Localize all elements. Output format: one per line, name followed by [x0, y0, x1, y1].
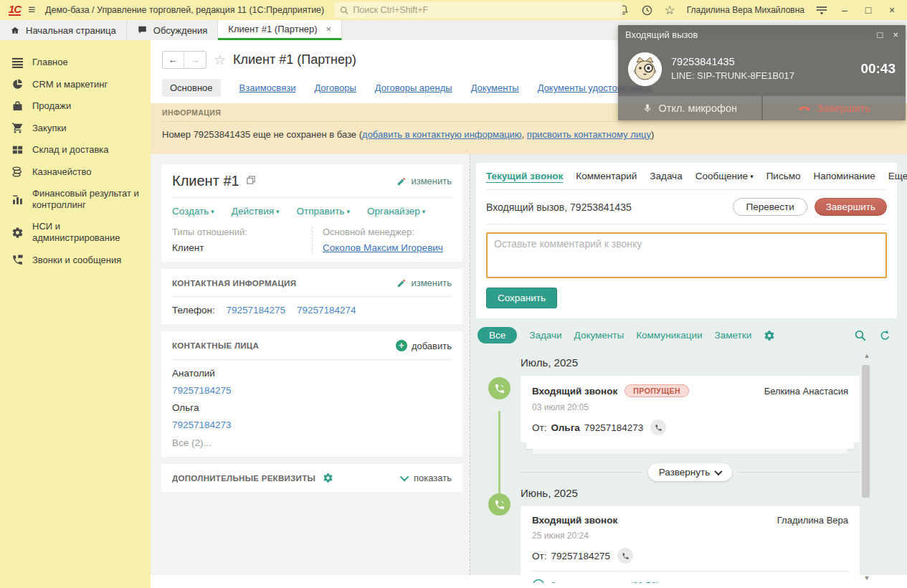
client-phone-1[interactable]: 79257184275	[227, 305, 286, 316]
contact-person-phone[interactable]: 79257184275	[172, 385, 452, 396]
sidebar-label: Звонки и сообщения	[32, 255, 121, 266]
tab-main[interactable]: Основное	[162, 79, 221, 97]
back-button[interactable]: ←	[163, 52, 184, 68]
client-name: Клиент #1	[172, 173, 239, 189]
filter-communications[interactable]: Коммуникации	[636, 330, 702, 341]
history-refresh-icon[interactable]	[879, 329, 891, 341]
edit-contact-info-button[interactable]: изменить	[396, 278, 452, 288]
forward-button[interactable]: →	[184, 52, 206, 68]
main-manager-link[interactable]: Соколов Максим Игоревич	[323, 242, 443, 253]
tab-letter[interactable]: Письмо	[766, 171, 801, 181]
tab-client[interactable]: Клиент #1 (Партнер) ×	[218, 20, 342, 40]
tab-lease-contracts[interactable]: Договоры аренды	[375, 82, 452, 93]
main-menu-icon[interactable]: ≡	[28, 3, 35, 17]
additional-attributes-card: ДОПОЛНИТЕЛЬНЫЕ РЕКВИЗИТЫ показать	[161, 464, 462, 492]
timeline-scrollbar[interactable]: ▲ ▼	[862, 352, 872, 583]
scroll-up-icon[interactable]: ▲	[863, 352, 870, 359]
edit-client-button[interactable]: изменить	[396, 176, 452, 186]
attributes-gear-icon[interactable]	[323, 473, 333, 483]
favorites-star-icon[interactable]: ☆	[664, 4, 676, 16]
create-menu[interactable]: Создать▾	[172, 206, 214, 217]
tab-message[interactable]: Сообщение▾	[695, 171, 754, 181]
tab-current-call[interactable]: Текущий звонок	[486, 171, 563, 181]
tab-close-icon[interactable]: ×	[326, 24, 332, 34]
actions-menu[interactable]: Действия▾	[232, 206, 280, 217]
history-item-title: Входящий звонок	[532, 515, 617, 526]
current-call-panel: Текущий звонок Комментарий Задача Сообще…	[476, 163, 897, 318]
popup-close-icon[interactable]: ×	[893, 29, 898, 40]
contact-info-card: КОНТАКТНАЯ ИНФОРМАЦИЯ изменить Телефон: …	[161, 269, 462, 324]
filter-all[interactable]: Все	[478, 327, 517, 343]
relation-types-value: Клиент	[172, 242, 312, 253]
client-phone-2[interactable]: 79257184274	[297, 305, 356, 316]
send-menu[interactable]: Отправить▾	[297, 206, 350, 217]
sidebar-item-nsi-admin[interactable]: НСИ и администрирование	[0, 216, 151, 249]
tab-discussions-label: Обсуждения	[153, 25, 208, 36]
sidebar-item-purchases[interactable]: Закупки	[0, 117, 151, 139]
filter-notes[interactable]: Заметки	[715, 330, 752, 341]
filter-documents[interactable]: Документы	[574, 330, 625, 341]
call-recording-link[interactable]: Запись разговора (00:58)	[532, 579, 848, 583]
call-back-icon[interactable]	[617, 548, 633, 564]
service-menu-icon[interactable]	[815, 4, 827, 16]
add-contact-person-button[interactable]: + добавить	[396, 340, 452, 351]
popup-maximize-icon[interactable]: □	[878, 29, 883, 40]
tab-comment[interactable]: Комментарий	[576, 171, 637, 181]
collapsed-stack	[526, 442, 854, 449]
history-item-call[interactable]: Входящий звонок Гладилина Вера 25 июня 2…	[521, 506, 860, 583]
banner-text: ,	[522, 129, 527, 140]
home-icon	[10, 26, 20, 35]
current-user[interactable]: Гладилина Вера Михайловна	[687, 5, 804, 15]
end-call-button[interactable]: Завершить	[815, 198, 887, 216]
filter-settings-gear-icon[interactable]	[764, 330, 775, 341]
sidebar-item-main[interactable]: Главное	[0, 52, 151, 73]
assign-contact-person-link[interactable]: присвоить контактному лицу	[527, 129, 651, 140]
sidebar-item-warehouse[interactable]: Склад и доставка	[0, 139, 151, 161]
cart-icon	[11, 122, 24, 134]
mute-microphone-button[interactable]: Откл. микрофон	[618, 96, 761, 120]
show-all-contacts-link[interactable]: Все (2)...	[172, 437, 452, 448]
edit-label: изменить	[411, 176, 452, 186]
history-icon[interactable]	[641, 4, 653, 16]
search-input[interactable]	[353, 5, 617, 15]
show-label: показать	[414, 473, 452, 483]
tab-reminder[interactable]: Напоминание	[813, 171, 875, 181]
sidebar-label: CRM и маркетинг	[32, 79, 108, 90]
scroll-down-icon[interactable]: ▼	[863, 574, 870, 582]
call-back-icon[interactable]	[650, 419, 666, 435]
tab-task[interactable]: Задача	[650, 171, 682, 181]
add-to-contact-info-link[interactable]: добавить в контактную информацию	[362, 129, 522, 140]
minimize-icon[interactable]: –	[838, 4, 851, 16]
sidebar-item-treasury[interactable]: Казначейство	[0, 161, 151, 183]
sidebar-item-calls[interactable]: Звонки и сообщения	[0, 249, 151, 271]
history-search-icon[interactable]	[854, 329, 867, 342]
copy-icon[interactable]	[247, 176, 255, 186]
expand-button[interactable]: Развернуть	[648, 463, 733, 481]
hangup-button[interactable]: Завершить	[763, 96, 906, 120]
global-search[interactable]	[334, 2, 622, 18]
transfer-call-button[interactable]: Перевести	[733, 198, 807, 216]
sidebar-item-finance[interactable]: Финансовый результат и контроллинг	[0, 183, 151, 216]
close-window-icon[interactable]: ×	[885, 4, 898, 16]
tab-more[interactable]: Еще▾	[888, 171, 907, 181]
maximize-icon[interactable]: □	[862, 4, 875, 16]
organizer-menu[interactable]: Органайзер▾	[367, 206, 425, 217]
filter-tasks[interactable]: Задачи	[529, 330, 561, 341]
call-comment-input[interactable]	[486, 232, 887, 278]
contact-person-phone[interactable]: 79257184273	[172, 419, 452, 430]
tab-documents[interactable]: Документы	[471, 82, 519, 93]
scrollbar-thumb[interactable]	[862, 365, 870, 498]
chevron-down-icon	[715, 467, 723, 475]
tab-discussions[interactable]: Обсуждения	[127, 20, 219, 40]
show-attributes-button[interactable]: показать	[402, 473, 452, 483]
call-timer: 00:43	[860, 61, 896, 77]
history-item-person: Белкина Анастасия	[764, 386, 848, 397]
tab-relations[interactable]: Взаимосвязи	[239, 82, 296, 93]
tab-home[interactable]: Начальная страница	[0, 20, 127, 40]
history-item-missed-call[interactable]: Входящий звонок ПРОПУЩЕН Белкина Анастас…	[521, 376, 860, 442]
sidebar-item-sales[interactable]: Продажи	[0, 95, 151, 117]
tab-contracts[interactable]: Договоры	[314, 82, 356, 93]
favorite-star-icon[interactable]: ☆	[214, 52, 226, 68]
save-comment-button[interactable]: Сохранить	[486, 288, 557, 308]
sidebar-item-crm[interactable]: CRM и маркетинг	[0, 73, 151, 95]
